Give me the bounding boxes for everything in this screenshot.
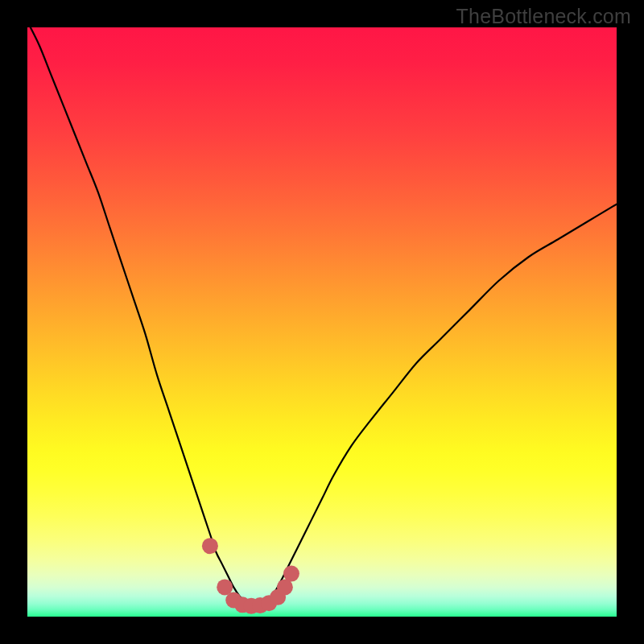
bottleneck-curve xyxy=(27,27,617,605)
curve-marker xyxy=(283,566,299,582)
watermark-text: TheBottleneck.com xyxy=(456,5,631,28)
chart-svg xyxy=(27,27,617,617)
curve-marker xyxy=(202,538,218,554)
bottom-marker-band xyxy=(202,538,299,614)
plot-area xyxy=(27,27,617,617)
outer-frame: TheBottleneck.com xyxy=(0,0,644,644)
